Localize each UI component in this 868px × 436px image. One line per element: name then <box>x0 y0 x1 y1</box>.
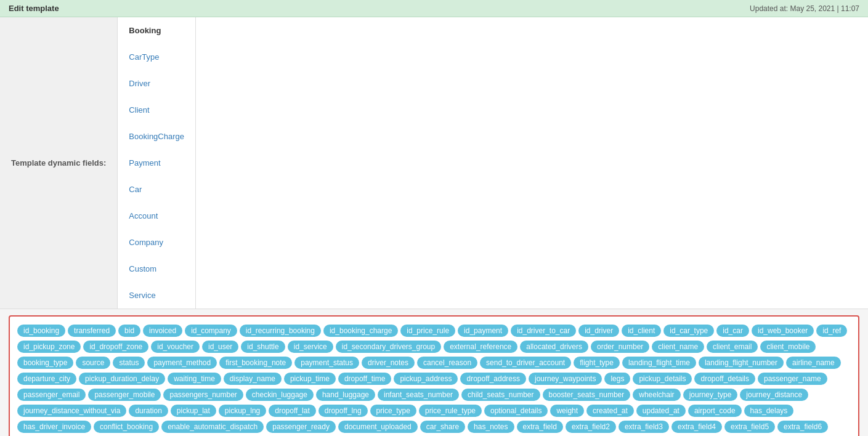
field-tag-bid[interactable]: bid <box>118 325 140 337</box>
field-tag-booking_type[interactable]: booking_type <box>17 357 73 369</box>
field-tag-source[interactable]: source <box>76 357 110 369</box>
tab-client[interactable]: Client <box>118 97 196 123</box>
field-tag-infant_seats_number[interactable]: infant_seats_number <box>378 389 459 401</box>
field-tag-optional_details[interactable]: optional_details <box>484 405 548 417</box>
field-tag-landing_flight_time[interactable]: landing_flight_time <box>622 357 696 369</box>
field-tag-id_pickup_zone[interactable]: id_pickup_zone <box>17 341 81 353</box>
field-tag-pickup_address[interactable]: pickup_address <box>394 373 458 385</box>
field-tag-price_type[interactable]: price_type <box>370 405 416 417</box>
field-tag-id_car_type[interactable]: id_car_type <box>663 325 714 337</box>
field-tag-journey_distance[interactable]: journey_distance <box>740 389 808 401</box>
field-tag-extra_field3[interactable]: extra_field3 <box>619 421 669 433</box>
field-tag-id_dropoff_zone[interactable]: id_dropoff_zone <box>83 341 148 353</box>
field-tag-cancel_reason[interactable]: cancel_reason <box>417 357 477 369</box>
field-tag-pickup_lat[interactable]: pickup_lat <box>171 405 216 417</box>
field-tag-duration[interactable]: duration <box>129 405 168 417</box>
field-tag-conflict_booking[interactable]: conflict_booking <box>94 421 159 433</box>
field-tag-pickup_duration_delay[interactable]: pickup_duration_delay <box>79 373 165 385</box>
field-tag-payment_method[interactable]: payment_method <box>147 357 217 369</box>
field-tag-id_booking_charge[interactable]: id_booking_charge <box>323 325 398 337</box>
field-tag-id_car[interactable]: id_car <box>716 325 749 337</box>
field-tag-id_company[interactable]: id_company <box>185 325 237 337</box>
field-tag-id_service[interactable]: id_service <box>288 341 333 353</box>
field-tag-transferred[interactable]: transferred <box>68 325 116 337</box>
field-tag-passenger_name[interactable]: passenger_name <box>758 373 827 385</box>
field-tag-extra_field[interactable]: extra_field <box>517 421 563 433</box>
field-tag-id_web_booker[interactable]: id_web_booker <box>752 325 814 337</box>
field-tag-car_share[interactable]: car_share <box>420 421 465 433</box>
field-tag-passengers_number[interactable]: passengers_number <box>163 389 243 401</box>
field-tag-dropoff_lat[interactable]: dropoff_lat <box>269 405 316 417</box>
field-tag-journey_waypoints[interactable]: journey_waypoints <box>529 373 602 385</box>
field-tag-extra_field2[interactable]: extra_field2 <box>566 421 616 433</box>
field-tag-driver_notes[interactable]: driver_notes <box>362 357 415 369</box>
tab-service[interactable]: Service <box>118 282 196 309</box>
field-tag-flight_type[interactable]: flight_type <box>574 357 620 369</box>
field-tag-dropoff_time[interactable]: dropoff_time <box>338 373 392 385</box>
field-tag-extra_field5[interactable]: extra_field5 <box>724 421 775 433</box>
field-tag-passenger_ready[interactable]: passenger_ready <box>266 421 336 433</box>
field-tag-id_payment[interactable]: id_payment <box>458 325 508 337</box>
tab-cartype[interactable]: CarType <box>118 44 196 70</box>
field-tag-id_price_rule[interactable]: id_price_rule <box>400 325 455 337</box>
field-tag-airline_name[interactable]: airline_name <box>786 357 841 369</box>
field-tag-extra_field6[interactable]: extra_field6 <box>777 421 828 433</box>
field-tag-id_secondary_drivers_group[interactable]: id_secondary_drivers_group <box>336 341 441 353</box>
field-tag-dropoff_lng[interactable]: dropoff_lng <box>318 405 368 417</box>
field-tag-dropoff_details[interactable]: dropoff_details <box>694 373 755 385</box>
field-tag-journey_type[interactable]: journey_type <box>683 389 738 401</box>
field-tag-order_number[interactable]: order_number <box>591 341 649 353</box>
tab-account[interactable]: Account <box>118 203 196 229</box>
field-tag-weight[interactable]: weight <box>550 405 584 417</box>
tab-company[interactable]: Company <box>118 229 196 256</box>
field-tag-invoiced[interactable]: invoiced <box>143 325 182 337</box>
field-tag-updated_at[interactable]: updated_at <box>636 405 686 417</box>
field-tag-enable_automatic_dispatch[interactable]: enable_automatic_dispatch <box>161 421 264 433</box>
tab-bookingcharge[interactable]: BookingCharge <box>118 123 196 150</box>
field-tag-checkin_luggage[interactable]: checkin_luggage <box>246 389 314 401</box>
field-tag-first_booking_note[interactable]: first_booking_note <box>219 357 292 369</box>
field-tag-client_mobile[interactable]: client_mobile <box>760 341 816 353</box>
field-tag-pickup_time[interactable]: pickup_time <box>284 373 336 385</box>
field-tag-hand_luggage[interactable]: hand_luggage <box>316 389 375 401</box>
field-tag-client_name[interactable]: client_name <box>652 341 704 353</box>
field-tag-client_email[interactable]: client_email <box>707 341 758 353</box>
field-tag-external_reference[interactable]: external_reference <box>444 341 517 353</box>
field-tag-has_notes[interactable]: has_notes <box>468 421 514 433</box>
field-tag-pickup_details[interactable]: pickup_details <box>633 373 692 385</box>
field-tag-id_booking[interactable]: id_booking <box>17 325 65 337</box>
field-tag-status[interactable]: status <box>113 357 145 369</box>
field-tag-document_uploaded[interactable]: document_uploaded <box>338 421 418 433</box>
field-tag-pickup_lng[interactable]: pickup_lng <box>219 405 266 417</box>
tab-car[interactable]: Car <box>118 176 196 203</box>
tab-custom[interactable]: Custom <box>118 256 196 282</box>
field-tag-display_name[interactable]: display_name <box>224 373 282 385</box>
field-tag-id_ref[interactable]: id_ref <box>816 325 847 337</box>
field-tag-dropoff_address[interactable]: dropoff_address <box>460 373 526 385</box>
field-tag-has_driver_invoice[interactable]: has_driver_invoice <box>17 421 91 433</box>
field-tag-passenger_email[interactable]: passenger_email <box>17 389 86 401</box>
field-tag-journey_distance_without_via[interactable]: journey_distance_without_via <box>17 405 126 417</box>
field-tag-wheelchair[interactable]: wheelchair <box>633 389 680 401</box>
field-tag-landing_flight_number[interactable]: landing_flight_number <box>699 357 784 369</box>
field-tag-id_voucher[interactable]: id_voucher <box>151 341 200 353</box>
field-tag-has_delays[interactable]: has_delays <box>744 405 794 417</box>
tab-driver[interactable]: Driver <box>118 70 196 97</box>
tab-booking[interactable]: Booking <box>118 17 196 44</box>
field-tag-created_at[interactable]: created_at <box>586 405 634 417</box>
field-tag-id_client[interactable]: id_client <box>622 325 661 337</box>
field-tag-id_shuttle[interactable]: id_shuttle <box>241 341 285 353</box>
field-tag-id_driver[interactable]: id_driver <box>578 325 619 337</box>
field-tag-waiting_time[interactable]: waiting_time <box>168 373 221 385</box>
field-tag-payment_status[interactable]: payment_status <box>294 357 359 369</box>
field-tag-passenger_mobile[interactable]: passenger_mobile <box>88 389 161 401</box>
field-tag-extra_field4[interactable]: extra_field4 <box>671 421 722 433</box>
field-tag-departure_city[interactable]: departure_city <box>17 373 76 385</box>
field-tag-id_recurring_booking[interactable]: id_recurring_booking <box>240 325 321 337</box>
field-tag-child_seats_number[interactable]: child_seats_number <box>461 389 540 401</box>
field-tag-id_user[interactable]: id_user <box>202 341 238 353</box>
field-tag-allocated_drivers[interactable]: allocated_drivers <box>520 341 588 353</box>
field-tag-price_rule_type[interactable]: price_rule_type <box>419 405 482 417</box>
field-tag-airport_code[interactable]: airport_code <box>688 405 742 417</box>
tab-payment[interactable]: Payment <box>118 150 196 176</box>
